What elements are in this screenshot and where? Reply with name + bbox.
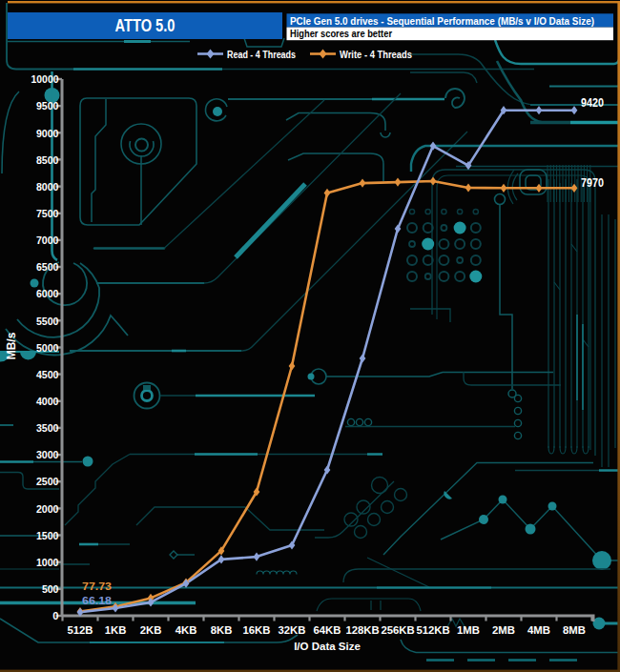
svg-text:6500: 6500: [36, 261, 59, 273]
svg-text:2KB: 2KB: [140, 624, 162, 636]
svg-text:512B: 512B: [67, 624, 93, 636]
svg-text:3000: 3000: [36, 449, 59, 460]
svg-text:500: 500: [42, 583, 59, 595]
svg-text:16KB: 16KB: [243, 624, 271, 636]
svg-text:1500: 1500: [36, 530, 59, 541]
svg-text:10000: 10000: [31, 73, 59, 85]
svg-text:MB/s: MB/s: [5, 332, 18, 359]
svg-text:I/O Data Size: I/O Data Size: [294, 641, 361, 652]
svg-text:3500: 3500: [36, 422, 59, 434]
svg-text:32KB: 32KB: [279, 624, 306, 636]
svg-text:9500: 9500: [36, 100, 59, 112]
svg-text:2MB: 2MB: [492, 624, 515, 636]
svg-text:128KB: 128KB: [345, 624, 379, 636]
svg-text:77.73: 77.73: [82, 580, 112, 592]
svg-text:7970: 7970: [581, 176, 604, 190]
svg-text:512KB: 512KB: [416, 624, 449, 636]
svg-text:2000: 2000: [36, 503, 59, 515]
svg-text:7500: 7500: [36, 208, 59, 219]
svg-text:8KB: 8KB: [211, 624, 233, 636]
svg-text:ATTO 5.0: ATTO 5.0: [115, 15, 176, 35]
svg-text:7000: 7000: [36, 234, 59, 246]
svg-text:PCIe Gen 5.0 drives - Sequenti: PCIe Gen 5.0 drives - Sequential Perform…: [290, 15, 594, 27]
svg-text:9000: 9000: [36, 128, 59, 139]
svg-text:6000: 6000: [36, 288, 59, 299]
svg-text:256KB: 256KB: [381, 624, 414, 636]
svg-text:64KB: 64KB: [314, 624, 341, 636]
svg-text:66.18: 66.18: [82, 595, 113, 606]
svg-text:1KB: 1KB: [105, 624, 127, 636]
svg-text:1000: 1000: [36, 557, 59, 568]
svg-text:4MB: 4MB: [527, 624, 550, 636]
svg-text:4500: 4500: [36, 369, 59, 380]
svg-text:8000: 8000: [36, 181, 59, 193]
svg-text:2500: 2500: [36, 476, 59, 487]
svg-text:9420: 9420: [581, 96, 604, 110]
svg-text:Higher scores are better: Higher scores are better: [290, 28, 392, 39]
svg-text:5000: 5000: [36, 342, 59, 354]
svg-text:4000: 4000: [36, 396, 59, 407]
svg-text:4KB: 4KB: [176, 624, 197, 636]
svg-text:Read - 4 Threads: Read - 4 Threads: [227, 49, 296, 60]
svg-text:1MB: 1MB: [457, 624, 480, 636]
svg-text:8500: 8500: [36, 154, 59, 166]
svg-text:8MB: 8MB: [563, 624, 586, 636]
svg-text:Write - 4 Threads: Write - 4 Threads: [340, 49, 412, 60]
svg-text:5500: 5500: [36, 316, 59, 327]
svg-text:0: 0: [52, 610, 58, 621]
